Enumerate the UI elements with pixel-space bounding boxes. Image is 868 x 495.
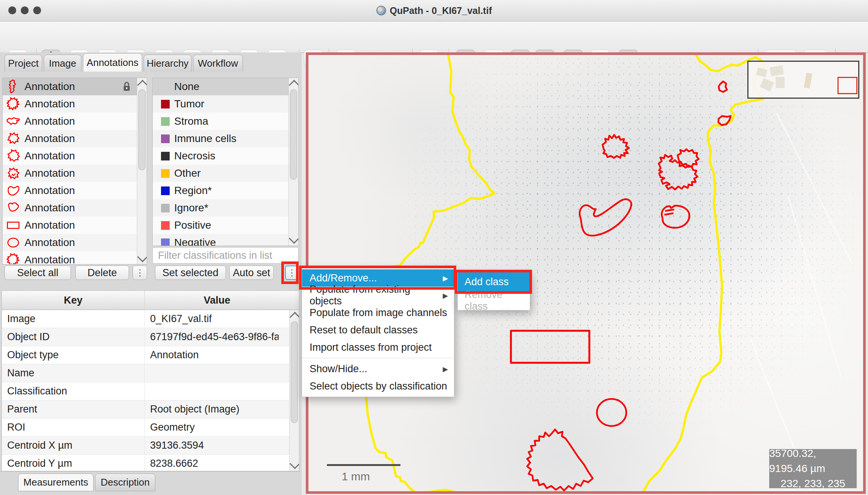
annotation-list-item[interactable]: Annotation <box>3 78 137 95</box>
annotation-label: Annotation <box>25 115 75 127</box>
delete-button[interactable]: Delete <box>75 266 129 280</box>
annotation-label: Annotation <box>25 202 75 214</box>
tab-image[interactable]: Image <box>44 55 81 72</box>
scroll-up-icon[interactable] <box>137 80 147 90</box>
classification-item[interactable]: None <box>153 78 289 95</box>
column-header-key[interactable]: Key <box>2 291 145 310</box>
overview-viewport-rect <box>837 77 857 94</box>
scrollbar-thumb[interactable] <box>291 321 298 423</box>
classification-item[interactable]: Tumor <box>153 95 289 113</box>
classification-item[interactable]: Stroma <box>153 113 289 130</box>
slide-overview[interactable] <box>747 61 859 99</box>
classification-label: Ignore* <box>174 202 208 214</box>
classification-label: Immune cells <box>174 133 236 145</box>
annotation-list-item[interactable]: Annotation <box>3 130 137 147</box>
classification-item[interactable]: Positive <box>153 217 289 234</box>
menu-item-label: Show/Hide... <box>310 363 367 375</box>
annotation-shape-icon <box>6 218 21 233</box>
row-key: Parent <box>2 400 145 418</box>
classification-item[interactable]: Ignore* <box>153 199 289 217</box>
highlight-ring-add-class <box>455 270 532 294</box>
tab-description[interactable]: Description <box>95 474 155 491</box>
set-selected-button[interactable]: Set selected <box>155 266 226 280</box>
class-color-swatch <box>161 82 170 91</box>
menu-item-show-hide[interactable]: Show/Hide... ▶ <box>302 360 454 377</box>
annotation-list-item[interactable]: Annotation <box>3 234 137 251</box>
menu-item-reset-default[interactable]: Reset to default classes <box>302 321 454 339</box>
scroll-down-icon[interactable] <box>290 458 299 469</box>
menu-item-import-classes[interactable]: Import classes from project <box>302 339 454 356</box>
class-color-swatch <box>161 134 170 143</box>
annotation-list-item[interactable]: Annotation <box>3 199 137 217</box>
classification-item[interactable]: Immune cells <box>153 130 289 147</box>
annotation-blob <box>719 81 727 92</box>
tab-hierarchy[interactable]: Hierarchy <box>144 55 192 72</box>
class-color-swatch <box>161 238 170 246</box>
annotation-list-item[interactable]: Annotation <box>3 113 137 130</box>
annotation-rectangle <box>511 331 589 363</box>
scrollbar-thumb[interactable] <box>138 89 146 170</box>
row-key: Classification <box>2 382 145 400</box>
table-row[interactable]: Centroid Y µm8238.6662 <box>2 455 299 471</box>
row-key: ROI <box>2 419 145 436</box>
table-row[interactable]: Centroid X µm39136.3594 <box>2 437 299 455</box>
tab-workflow[interactable]: Workflow <box>193 55 243 72</box>
classification-item[interactable]: Region* <box>153 182 289 199</box>
class-color-swatch <box>161 117 170 126</box>
scroll-up-icon[interactable] <box>289 80 299 90</box>
row-value: Annotation <box>145 346 279 364</box>
select-all-button[interactable]: Select all <box>5 266 71 280</box>
table-row[interactable]: Object typeAnnotation <box>2 346 299 364</box>
annotation-list-item[interactable]: Annotation <box>3 217 137 234</box>
tab-project[interactable]: Project <box>5 55 42 72</box>
menu-item-select-by-classification[interactable]: Select objects by classification <box>302 377 454 395</box>
filter-classifications-input[interactable] <box>152 247 299 264</box>
menu-item-populate-channels[interactable]: Populate from image channels <box>302 304 454 321</box>
annotation-label: Annotation <box>25 98 75 110</box>
submenu-item-remove-class[interactable]: Remove class <box>458 291 530 310</box>
classification-item[interactable]: Negative <box>153 234 289 246</box>
scroll-down-icon[interactable] <box>289 233 299 244</box>
classification-list-scrollbar[interactable] <box>288 78 298 246</box>
scalebar-label: 1 mm <box>342 470 370 483</box>
auto-set-button[interactable]: Auto set <box>229 266 274 280</box>
annotation-list-scrollbar[interactable] <box>137 78 147 264</box>
tab-measurements[interactable]: Measurements <box>18 474 94 491</box>
title-bar: QuPath - 0_KI67_val.tif <box>0 0 868 21</box>
scalebar <box>327 464 400 466</box>
column-header-value[interactable]: Value <box>145 291 289 310</box>
tab-annotations[interactable]: Annotations <box>83 53 142 72</box>
classification-item[interactable]: Other <box>153 165 289 182</box>
annotation-shape-icon <box>6 148 21 163</box>
annotation-list-item[interactable]: Annotation <box>3 251 137 264</box>
annotation-list-item[interactable]: Annotation <box>3 95 137 113</box>
boundary-outline-right <box>639 55 765 491</box>
annotation-shape-icon <box>6 96 21 112</box>
annotation-list-item[interactable]: Annotation <box>3 165 137 182</box>
menu-item-label: Import classes from project <box>310 342 432 353</box>
table-row[interactable]: ParentRoot object (Image) <box>2 400 299 419</box>
table-row[interactable]: Object ID67197f9d-ed45-4e63-9f86-fa... <box>2 328 299 346</box>
table-row[interactable]: ROIGeometry <box>2 419 299 437</box>
annotation-list-item[interactable]: Annotation <box>3 182 137 199</box>
scrollbar-thumb[interactable] <box>290 89 297 180</box>
scroll-down-icon[interactable] <box>137 252 147 262</box>
table-row[interactable]: Image0_KI67_val.tif <box>2 310 299 328</box>
classification-item[interactable]: Necrosis <box>153 147 289 165</box>
classification-label: Negative <box>174 237 216 246</box>
row-value: 67197f9d-ed45-4e63-9f86-fa... <box>145 328 279 346</box>
table-scrollbar[interactable] <box>289 310 299 471</box>
annotation-list-item[interactable]: Annotation <box>3 147 137 165</box>
table-row[interactable]: Classification <box>2 382 299 400</box>
classification-list: None Tumor Stroma Immune cells Necrosis <box>152 78 299 246</box>
classification-label: Region* <box>174 185 212 197</box>
row-value <box>145 364 279 382</box>
annotation-label: Annotation <box>25 237 75 249</box>
table-row[interactable]: Name <box>2 364 299 382</box>
annotation-more-button[interactable]: ⋮ <box>133 266 147 280</box>
annotation-shape-icon <box>6 166 21 181</box>
menu-item-label: Populate from image channels <box>310 307 447 319</box>
scroll-up-icon[interactable] <box>290 312 299 322</box>
annotation-shape-icon <box>6 131 21 146</box>
table-header: Key Value <box>2 291 299 310</box>
